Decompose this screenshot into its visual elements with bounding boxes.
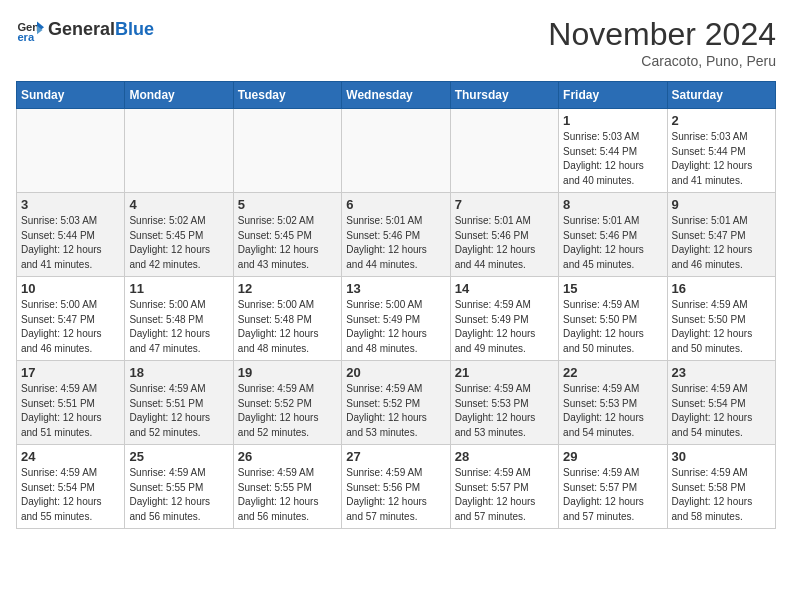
day-info: Sunrise: 4:59 AM Sunset: 5:53 PM Dayligh… [455, 382, 554, 440]
calendar-week-row: 1 Sunrise: 5:03 AM Sunset: 5:44 PM Dayli… [17, 109, 776, 193]
weekday-header-saturday: Saturday [667, 82, 775, 109]
month-title: November 2024 [548, 16, 776, 53]
day-number: 23 [672, 365, 771, 380]
calendar-cell: 20 Sunrise: 4:59 AM Sunset: 5:52 PM Dayl… [342, 361, 450, 445]
calendar-cell: 26 Sunrise: 4:59 AM Sunset: 5:55 PM Dayl… [233, 445, 341, 529]
calendar-cell: 11 Sunrise: 5:00 AM Sunset: 5:48 PM Dayl… [125, 277, 233, 361]
day-info: Sunrise: 4:59 AM Sunset: 5:50 PM Dayligh… [672, 298, 771, 356]
day-info: Sunrise: 4:59 AM Sunset: 5:56 PM Dayligh… [346, 466, 445, 524]
day-number: 13 [346, 281, 445, 296]
day-number: 5 [238, 197, 337, 212]
day-info: Sunrise: 5:00 AM Sunset: 5:49 PM Dayligh… [346, 298, 445, 356]
day-info: Sunrise: 4:59 AM Sunset: 5:55 PM Dayligh… [129, 466, 228, 524]
calendar-cell: 30 Sunrise: 4:59 AM Sunset: 5:58 PM Dayl… [667, 445, 775, 529]
calendar-cell: 25 Sunrise: 4:59 AM Sunset: 5:55 PM Dayl… [125, 445, 233, 529]
calendar-cell: 19 Sunrise: 4:59 AM Sunset: 5:52 PM Dayl… [233, 361, 341, 445]
calendar-week-row: 10 Sunrise: 5:00 AM Sunset: 5:47 PM Dayl… [17, 277, 776, 361]
day-number: 17 [21, 365, 120, 380]
day-info: Sunrise: 4:59 AM Sunset: 5:53 PM Dayligh… [563, 382, 662, 440]
day-number: 7 [455, 197, 554, 212]
calendar-cell [233, 109, 341, 193]
day-number: 26 [238, 449, 337, 464]
day-number: 24 [21, 449, 120, 464]
calendar-cell: 13 Sunrise: 5:00 AM Sunset: 5:49 PM Dayl… [342, 277, 450, 361]
calendar-cell: 8 Sunrise: 5:01 AM Sunset: 5:46 PM Dayli… [559, 193, 667, 277]
calendar-cell: 24 Sunrise: 4:59 AM Sunset: 5:54 PM Dayl… [17, 445, 125, 529]
calendar-cell: 10 Sunrise: 5:00 AM Sunset: 5:47 PM Dayl… [17, 277, 125, 361]
day-info: Sunrise: 4:59 AM Sunset: 5:57 PM Dayligh… [563, 466, 662, 524]
day-info: Sunrise: 5:03 AM Sunset: 5:44 PM Dayligh… [672, 130, 771, 188]
calendar-cell: 9 Sunrise: 5:01 AM Sunset: 5:47 PM Dayli… [667, 193, 775, 277]
day-number: 8 [563, 197, 662, 212]
day-info: Sunrise: 4:59 AM Sunset: 5:50 PM Dayligh… [563, 298, 662, 356]
calendar-cell: 27 Sunrise: 4:59 AM Sunset: 5:56 PM Dayl… [342, 445, 450, 529]
day-number: 22 [563, 365, 662, 380]
calendar-cell [342, 109, 450, 193]
weekday-header-friday: Friday [559, 82, 667, 109]
calendar-cell [125, 109, 233, 193]
day-number: 18 [129, 365, 228, 380]
logo: Gen era GeneralBlue [16, 16, 154, 44]
calendar-cell: 1 Sunrise: 5:03 AM Sunset: 5:44 PM Dayli… [559, 109, 667, 193]
calendar-cell: 7 Sunrise: 5:01 AM Sunset: 5:46 PM Dayli… [450, 193, 558, 277]
day-info: Sunrise: 4:59 AM Sunset: 5:57 PM Dayligh… [455, 466, 554, 524]
calendar-cell [450, 109, 558, 193]
day-number: 30 [672, 449, 771, 464]
weekday-header-tuesday: Tuesday [233, 82, 341, 109]
day-info: Sunrise: 4:59 AM Sunset: 5:51 PM Dayligh… [21, 382, 120, 440]
day-number: 10 [21, 281, 120, 296]
calendar-cell: 5 Sunrise: 5:02 AM Sunset: 5:45 PM Dayli… [233, 193, 341, 277]
day-number: 25 [129, 449, 228, 464]
day-number: 4 [129, 197, 228, 212]
day-number: 28 [455, 449, 554, 464]
day-number: 11 [129, 281, 228, 296]
calendar-week-row: 24 Sunrise: 4:59 AM Sunset: 5:54 PM Dayl… [17, 445, 776, 529]
day-info: Sunrise: 4:59 AM Sunset: 5:49 PM Dayligh… [455, 298, 554, 356]
day-info: Sunrise: 5:02 AM Sunset: 5:45 PM Dayligh… [238, 214, 337, 272]
calendar-cell: 12 Sunrise: 5:00 AM Sunset: 5:48 PM Dayl… [233, 277, 341, 361]
location: Caracoto, Puno, Peru [548, 53, 776, 69]
day-info: Sunrise: 4:59 AM Sunset: 5:54 PM Dayligh… [672, 382, 771, 440]
weekday-header-thursday: Thursday [450, 82, 558, 109]
day-info: Sunrise: 5:01 AM Sunset: 5:46 PM Dayligh… [455, 214, 554, 272]
calendar-cell: 14 Sunrise: 4:59 AM Sunset: 5:49 PM Dayl… [450, 277, 558, 361]
day-info: Sunrise: 5:00 AM Sunset: 5:48 PM Dayligh… [238, 298, 337, 356]
logo-icon: Gen era [16, 16, 44, 44]
day-number: 27 [346, 449, 445, 464]
calendar-cell: 29 Sunrise: 4:59 AM Sunset: 5:57 PM Dayl… [559, 445, 667, 529]
day-info: Sunrise: 4:59 AM Sunset: 5:52 PM Dayligh… [238, 382, 337, 440]
day-info: Sunrise: 4:59 AM Sunset: 5:55 PM Dayligh… [238, 466, 337, 524]
day-number: 19 [238, 365, 337, 380]
day-number: 2 [672, 113, 771, 128]
title-block: November 2024 Caracoto, Puno, Peru [548, 16, 776, 69]
calendar-cell: 4 Sunrise: 5:02 AM Sunset: 5:45 PM Dayli… [125, 193, 233, 277]
day-info: Sunrise: 5:03 AM Sunset: 5:44 PM Dayligh… [563, 130, 662, 188]
day-number: 12 [238, 281, 337, 296]
day-info: Sunrise: 5:00 AM Sunset: 5:48 PM Dayligh… [129, 298, 228, 356]
weekday-header-sunday: Sunday [17, 82, 125, 109]
day-number: 3 [21, 197, 120, 212]
calendar-week-row: 17 Sunrise: 4:59 AM Sunset: 5:51 PM Dayl… [17, 361, 776, 445]
calendar-cell [17, 109, 125, 193]
calendar-cell: 16 Sunrise: 4:59 AM Sunset: 5:50 PM Dayl… [667, 277, 775, 361]
calendar-cell: 28 Sunrise: 4:59 AM Sunset: 5:57 PM Dayl… [450, 445, 558, 529]
day-number: 6 [346, 197, 445, 212]
page-header: Gen era GeneralBlue November 2024 Caraco… [16, 16, 776, 69]
day-number: 29 [563, 449, 662, 464]
calendar-cell: 23 Sunrise: 4:59 AM Sunset: 5:54 PM Dayl… [667, 361, 775, 445]
calendar-cell: 15 Sunrise: 4:59 AM Sunset: 5:50 PM Dayl… [559, 277, 667, 361]
day-number: 1 [563, 113, 662, 128]
day-info: Sunrise: 5:01 AM Sunset: 5:46 PM Dayligh… [563, 214, 662, 272]
logo-general-text: General [48, 19, 115, 39]
day-info: Sunrise: 4:59 AM Sunset: 5:52 PM Dayligh… [346, 382, 445, 440]
logo-blue-text: Blue [115, 19, 154, 39]
day-number: 21 [455, 365, 554, 380]
day-info: Sunrise: 4:59 AM Sunset: 5:54 PM Dayligh… [21, 466, 120, 524]
day-info: Sunrise: 4:59 AM Sunset: 5:51 PM Dayligh… [129, 382, 228, 440]
calendar-cell: 6 Sunrise: 5:01 AM Sunset: 5:46 PM Dayli… [342, 193, 450, 277]
day-info: Sunrise: 5:01 AM Sunset: 5:46 PM Dayligh… [346, 214, 445, 272]
calendar-cell: 3 Sunrise: 5:03 AM Sunset: 5:44 PM Dayli… [17, 193, 125, 277]
calendar-cell: 18 Sunrise: 4:59 AM Sunset: 5:51 PM Dayl… [125, 361, 233, 445]
calendar-cell: 2 Sunrise: 5:03 AM Sunset: 5:44 PM Dayli… [667, 109, 775, 193]
day-number: 20 [346, 365, 445, 380]
